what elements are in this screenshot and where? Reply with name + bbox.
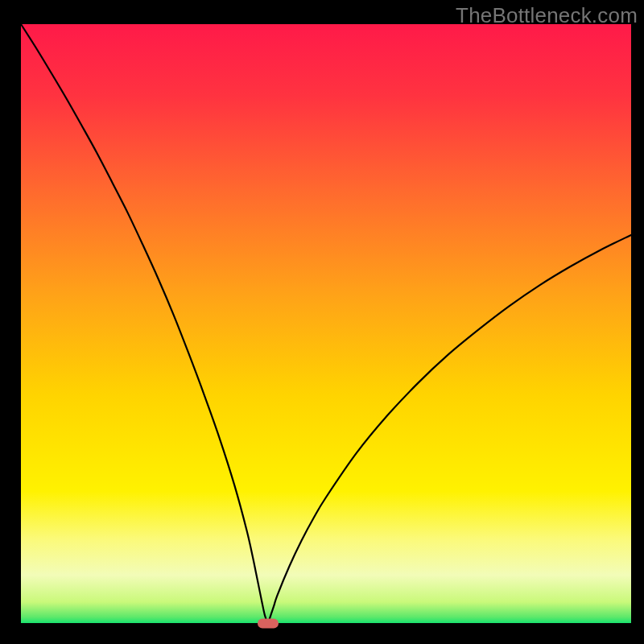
bottleneck-chart <box>0 0 644 644</box>
optimal-point-marker <box>258 619 279 629</box>
chart-frame: TheBottleneck.com <box>0 0 644 644</box>
watermark-text: TheBottleneck.com <box>456 3 638 28</box>
plot-background <box>21 24 631 623</box>
